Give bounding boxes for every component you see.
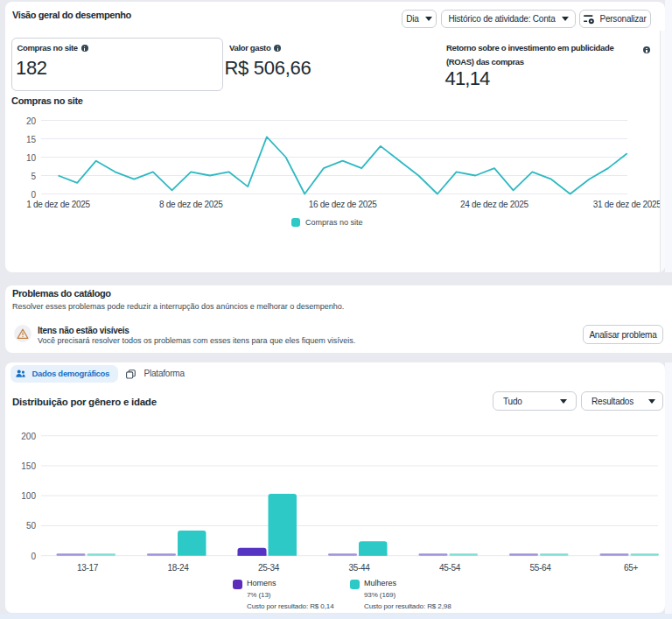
svg-text:0: 0 bbox=[31, 552, 36, 561]
svg-text:200: 200 bbox=[21, 432, 36, 441]
svg-text:55-64: 55-64 bbox=[529, 563, 551, 573]
svg-text:150: 150 bbox=[21, 461, 36, 471]
svg-text:100: 100 bbox=[21, 491, 36, 501]
svg-text:1 de dez de 2025: 1 de dez de 2025 bbox=[26, 200, 90, 209]
svg-text:31 de dez de 2025: 31 de dez de 2025 bbox=[593, 200, 660, 209]
svg-text:16 de dez de 2025: 16 de dez de 2025 bbox=[309, 200, 377, 209]
svg-text:5: 5 bbox=[31, 172, 36, 181]
svg-text:25-34: 25-34 bbox=[258, 563, 280, 573]
svg-text:24 de dez de 2025: 24 de dez de 2025 bbox=[460, 200, 528, 209]
svg-text:15: 15 bbox=[26, 135, 37, 144]
svg-text:50: 50 bbox=[26, 521, 37, 531]
svg-text:65+: 65+ bbox=[624, 563, 639, 573]
svg-text:8 de dez de 2025: 8 de dez de 2025 bbox=[159, 200, 223, 209]
svg-text:35-44: 35-44 bbox=[348, 563, 370, 573]
svg-text:45-54: 45-54 bbox=[439, 563, 461, 573]
svg-text:0: 0 bbox=[31, 190, 36, 200]
svg-text:18-24: 18-24 bbox=[167, 563, 189, 573]
svg-text:13-17: 13-17 bbox=[77, 563, 99, 573]
svg-text:20: 20 bbox=[26, 116, 37, 126]
svg-text:10: 10 bbox=[26, 153, 37, 163]
